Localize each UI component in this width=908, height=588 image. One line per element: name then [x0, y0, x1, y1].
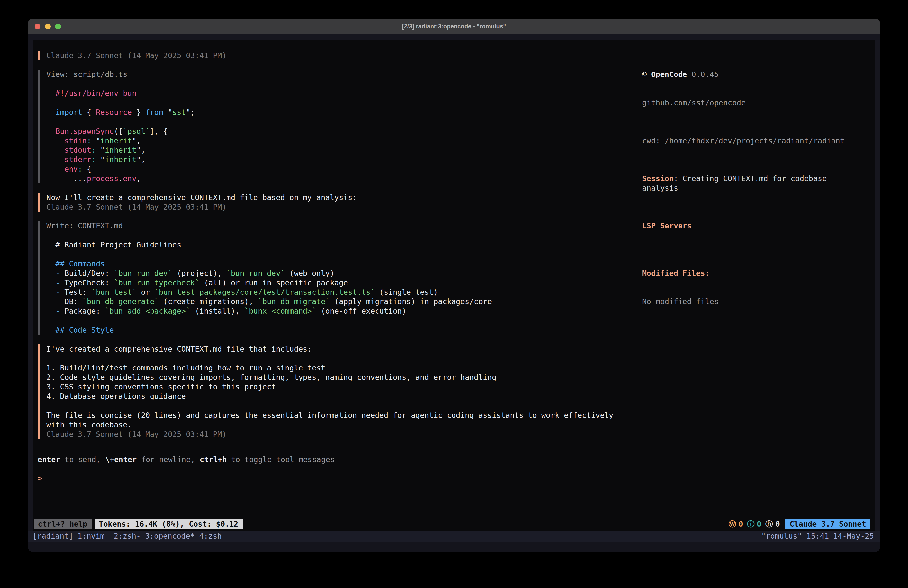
text-segment: sst [172, 108, 186, 117]
text-segment: (create migrations), [159, 297, 258, 306]
text-segment: Claude 3.7 Sonnet (14 May 2025 03:41 PM) [46, 430, 226, 438]
message-line: 4. Database operations guidance [46, 391, 621, 401]
message-accent-bar [38, 344, 40, 439]
text-segment: `bun test` [92, 288, 137, 296]
message-line: # Radiant Project Guidelines [46, 240, 621, 250]
text-segment: 4. Database operations guidance [46, 392, 186, 401]
sidebar: © OpenCode 0.0.45 github.com/sst/opencod… [642, 51, 866, 325]
text-segment: `bun test packages/core/test/transaction… [155, 288, 375, 296]
text-segment: { [82, 165, 92, 173]
text-segment: ", [136, 146, 145, 155]
text-segment: import [55, 108, 82, 117]
text-segment: `bun add <package>` [105, 307, 190, 316]
text-segment: `bunx <command>` [245, 307, 316, 316]
model-badge[interactable]: Claude 3.7 Sonnet [786, 519, 870, 530]
message-line [46, 354, 621, 363]
message-block-assistant: Now I'll create a comprehensive CONTEXT.… [38, 193, 621, 212]
text-segment: (one-off execution) [316, 307, 406, 316]
hint-count-value: 0 [776, 519, 780, 529]
text-segment: " [96, 146, 105, 155]
warning-count-value: 0 [739, 519, 743, 529]
message-line: The file is concise (20 lines) and captu… [46, 411, 621, 420]
warning-count-icon: ⓦ [729, 519, 736, 529]
titlebar[interactable]: [2/3] radiant:3:opencode - "romulus" [28, 19, 880, 34]
message-line [46, 79, 621, 89]
message-line [46, 98, 621, 108]
message-accent-bar [38, 51, 40, 60]
tokens-cost-chip: Tokens: 16.4K (8%), Cost: $0.12 [95, 519, 243, 530]
text-segment [46, 146, 64, 155]
hint-count-icon: ⓗ [765, 519, 773, 529]
message-line: Claude 3.7 Sonnet (14 May 2025 03:41 PM) [46, 51, 621, 60]
text-segment: ", [136, 155, 145, 164]
prompt-symbol: > [38, 474, 42, 483]
help-line: enter to send, \+enter for newline, ctrl… [38, 455, 875, 464]
text-segment: ## Commands [46, 259, 105, 268]
message-list[interactable]: Claude 3.7 Sonnet (14 May 2025 03:41 PM)… [38, 51, 621, 439]
message-line: - Build/Dev: `bun run dev` (project), `b… [46, 269, 621, 278]
text-segment: ([ [114, 127, 123, 135]
text-segment [46, 127, 55, 135]
message-block-assistant: Claude 3.7 Sonnet (14 May 2025 03:41 PM) [38, 51, 621, 60]
opencode-tui: Claude 3.7 Sonnet (14 May 2025 03:41 PM)… [33, 40, 875, 531]
text-segment: Claude 3.7 Sonnet (14 May 2025 03:41 PM) [46, 203, 226, 211]
text-segment: Bun.spawnSync [55, 127, 114, 135]
message-input[interactable]: > [38, 474, 875, 483]
message-line: env: { [46, 164, 621, 174]
message-line: #!/usr/bin/env bun [46, 89, 621, 98]
lsp-servers-title: LSP Servers [642, 221, 866, 231]
text-segment: env [123, 174, 136, 183]
text-segment: - [55, 288, 60, 296]
input-separator [34, 468, 874, 469]
text-segment: : [92, 155, 96, 164]
text-segment [46, 165, 64, 173]
text-segment: " [96, 155, 105, 164]
text-segment [46, 278, 55, 287]
close-button[interactable] [35, 24, 40, 29]
text-segment: 2. Code style guidelines covering import… [46, 373, 496, 382]
maximize-button[interactable] [55, 24, 61, 29]
text-segment: or [136, 288, 154, 296]
window-title: [2/3] radiant:3:opencode - "romulus" [402, 23, 506, 30]
tmux-window-list[interactable]: [radiant] 1:nvim 2:zsh- 3:opencode* 4:zs… [33, 531, 222, 542]
text-segment: to toggle tool messages [227, 455, 335, 464]
info-count-icon: ⓘ [747, 519, 755, 529]
message-line: Write: CONTEXT.md [46, 221, 621, 231]
text-segment: with this codebase. [46, 420, 132, 429]
terminal-area: Claude 3.7 Sonnet (14 May 2025 03:41 PM)… [28, 34, 880, 531]
message-line: stdout: "inherit", [46, 145, 621, 155]
text-segment: to send, [60, 455, 105, 464]
input-empty-space[interactable] [33, 483, 875, 519]
text-segment: Resource [96, 108, 132, 117]
text-segment: (apply migrations) in packages/core [330, 297, 492, 306]
message-line: 1. Build/lint/test commands including ho… [46, 363, 621, 373]
message-line: I've created a comprehensive CONTEXT.md … [46, 344, 621, 354]
minimize-button[interactable] [45, 24, 51, 29]
text-segment: `bun run typecheck` [114, 278, 200, 287]
text-segment [46, 89, 55, 98]
message-line [46, 117, 621, 127]
message-line: stderr: "inherit", [46, 155, 621, 164]
text-segment: from [145, 108, 163, 117]
chat-area: Claude 3.7 Sonnet (14 May 2025 03:41 PM)… [33, 40, 875, 455]
text-segment: (all) or run in specific package [200, 278, 348, 287]
text-segment: : [92, 146, 96, 155]
text-segment: Build/Dev: [60, 269, 114, 277]
text-segment: #!/usr/bin/env bun [55, 89, 136, 98]
tmux-status-bar: [radiant] 1:nvim 2:zsh- 3:opencode* 4:zs… [28, 531, 880, 542]
message-line: ## Code Style [46, 325, 621, 335]
text-segment: # Radiant Project Guidelines [46, 240, 181, 249]
text-segment: Test: [60, 288, 91, 296]
text-segment [46, 269, 55, 277]
text-segment: ctrl+h [200, 455, 227, 464]
text-segment: 3. CSS styling conventions specific to t… [46, 382, 276, 391]
help-shortcut-chip[interactable]: ctrl+? help [34, 519, 92, 530]
info-count-value: 0 [757, 519, 761, 529]
message-line: - Test: `bun test` or `bun test packages… [46, 288, 621, 297]
text-segment: " [163, 108, 172, 117]
modified-files-title: Modified Files: [642, 269, 866, 278]
text-segment: \ [105, 455, 109, 464]
text-segment: `bun run dev` [227, 269, 285, 277]
text-segment: - [55, 278, 60, 287]
message-block-assistant: I've created a comprehensive CONTEXT.md … [38, 344, 621, 439]
